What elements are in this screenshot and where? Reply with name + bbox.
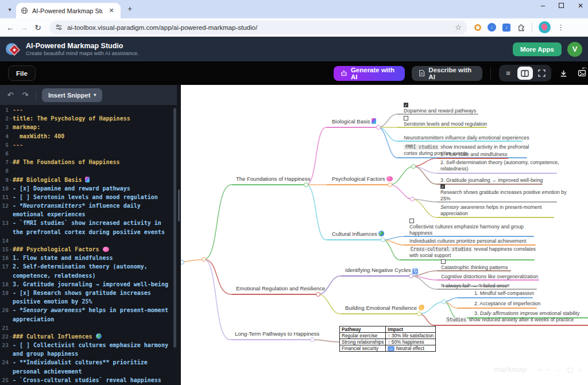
insert-snippet-button[interactable]: Insert Snippet ▾ [42, 88, 102, 102]
editor-line[interactable]: 161. Flow state and mindfulness [0, 254, 173, 262]
undo-icon[interactable]: ↶ [6, 91, 15, 99]
tab-search-chevron-icon[interactable]: ▾ [5, 4, 15, 14]
fold-icon[interactable]: ▾ [9, 158, 13, 166]
map-node-serotonin[interactable]: Serotonin levels and mood regulation [404, 121, 487, 127]
back-icon[interactable]: ← [3, 23, 17, 32]
map-circle-biological-basis[interactable] [376, 125, 381, 130]
editor-line[interactable]: personal achievement [0, 367, 173, 376]
browser-menu-icon[interactable]: ⋮ [557, 23, 564, 32]
file-menu-button[interactable]: File [8, 65, 36, 81]
editor-line[interactable]: 8 [0, 166, 173, 175]
map-circle-identifying-negative-cycles[interactable] [409, 274, 413, 278]
map-node-always-fail[interactable]: "I always fail" → "I failed once" [441, 283, 509, 289]
map-node-acceptance-imperfection[interactable]: 2. Acceptance of imperfection [474, 301, 540, 307]
editor-line[interactable]: and group happiness [0, 349, 173, 358]
map-circle-psychological-factors[interactable] [388, 182, 392, 187]
editor-line[interactable]: 19- [x] Research shows gratitude increas… [0, 289, 173, 297]
map-node-studies-anxiety[interactable]: Studies show reduced anxiety after 8 wee… [446, 317, 574, 323]
map-circle-resilience-list-hub[interactable] [442, 300, 446, 304]
generate-with-ai-button[interactable]: Generate with AI [334, 66, 405, 81]
map-circle-emotional-regulation[interactable] [316, 292, 320, 297]
map-circle-cultural-influences[interactable] [381, 238, 385, 242]
tab-close-icon[interactable]: ✕ [107, 6, 116, 15]
url-field[interactable]: ai-toolbox.visual-paradigm.com/app/ai-po… [49, 21, 467, 34]
map-checkbox[interactable]: ✓ [404, 103, 408, 107]
map-circle-foundations-of-happiness[interactable] [304, 182, 308, 187]
editor-line[interactable]: 6 [0, 149, 173, 158]
map-node-daily-affirmations[interactable]: 3. Daily affirmations improve emotional … [474, 310, 579, 317]
editor-line[interactable]: 1--- [0, 106, 173, 114]
map-circle-building-emotional-resilience[interactable] [417, 312, 421, 316]
editor-line[interactable]: competence, relatedness) [0, 271, 173, 280]
fold-icon[interactable]: ▾ [9, 332, 13, 341]
fullscreen-view-icon[interactable] [534, 67, 550, 80]
editor-line[interactable]: 24- **Individualist cultures** prioritiz… [0, 358, 173, 367]
split-view-icon[interactable] [517, 67, 533, 80]
editor-line[interactable]: 13- `fMRI studies` show increased activi… [0, 219, 173, 227]
map-node-biological-basis[interactable]: Biological Basis [332, 118, 376, 125]
editor-only-view-icon[interactable]: ≡ [501, 67, 516, 80]
new-tab-button[interactable]: + [125, 5, 134, 14]
editor-line[interactable]: 3markmap: [0, 123, 173, 131]
editor-line[interactable]: 12- *Neurotransmitters* influence daily [0, 201, 173, 210]
site-settings-icon[interactable] [55, 24, 63, 31]
map-node-collectivist-cultures[interactable]: Collectivist cultures emphasize harmony … [409, 224, 524, 236]
map-node-catastrophic-thinking[interactable]: Catastrophic thinking patterns [441, 265, 508, 271]
map-node-foundations-of-happiness[interactable]: The Foundations of Happiness [236, 176, 310, 182]
editor-line[interactable]: the prefrontal cortex during positive ev… [0, 228, 173, 236]
map-node-flow-state[interactable]: 1. Flow state and mindfulness [440, 151, 507, 158]
map-node-gratitude-journaling[interactable]: 3. Gratitude journaling → improved well-… [440, 177, 543, 184]
window-maximize-button[interactable] [559, 3, 564, 8]
map-node-cognitive-distortions[interactable]: Cognitive distortions like overgeneraliz… [441, 274, 538, 280]
editor-line[interactable]: appreciation [0, 315, 173, 324]
map-node-self-determination[interactable]: 2. Self-determination theory (autonomy, … [440, 160, 559, 172]
describe-with-ai-button[interactable]: Describe with AI [412, 66, 482, 81]
download-progress-icon[interactable]: ↓ [488, 23, 496, 32]
more-apps-button[interactable]: More Apps [513, 42, 562, 56]
editor-line[interactable]: 4 maxWidth: 400 [0, 132, 173, 141]
mindmap-canvas[interactable]: The Foundations of HappinessEmotional Re… [181, 85, 588, 385]
map-node-cultural-influences[interactable]: Cultural Influences [332, 231, 384, 238]
editor-line[interactable]: 23- [ ] Collectivist cultures emphasize … [0, 341, 173, 349]
editor-line[interactable]: 172. Self-determination theory (autonomy… [0, 262, 173, 271]
downloads-icon[interactable]: ↓ [502, 24, 510, 32]
editor-line[interactable]: 14 [0, 236, 173, 245]
map-checkbox[interactable] [404, 116, 408, 120]
map-node-individualist-cultures[interactable]: Individualist cultures prioritize person… [409, 238, 526, 244]
map-circle-psych-bullets-hub[interactable] [410, 197, 415, 201]
map-circle-long-term-pathways[interactable] [310, 337, 315, 342]
map-node-building-emotional-resilience[interactable]: Building Emotional Resilience [345, 305, 424, 312]
extensions-puzzle-icon[interactable] [517, 23, 525, 32]
redo-icon[interactable]: ↷ [21, 91, 30, 99]
map-circle-psych-list-hub[interactable] [411, 164, 416, 169]
browser-tab[interactable]: AI-Powered Markmap Studio ✕ [16, 3, 121, 18]
editor-line[interactable]: 10- [x] Dopamine and reward pathways [0, 184, 173, 193]
editor-line[interactable]: 5--- [0, 141, 173, 149]
editor-line[interactable]: 15▾### Psychological Factors [0, 245, 173, 254]
map-table-node[interactable]: PathwayImpactRegular exercise↑ 30% life … [339, 326, 436, 352]
map-node-emotional-regulation[interactable]: Emotional Regulation and Resilience [236, 285, 325, 292]
bookmark-star-icon[interactable]: ☆ [455, 23, 462, 32]
reload-icon[interactable]: ↻ [31, 23, 45, 32]
editor-line[interactable]: 183. Gratitude journaling → improved wel… [0, 280, 173, 289]
map-node-psychological-factors[interactable]: Psychological Factors [332, 176, 393, 182]
map-node-neurotransmitters[interactable]: Neurotransmitters influence daily emotio… [404, 135, 529, 141]
editor-line[interactable]: 21 [0, 324, 173, 332]
map-node-identifying-negative-cycles[interactable]: Identifying Negative Cycles ↻ [345, 267, 418, 274]
window-minimize-button[interactable]: – [541, 1, 545, 10]
map-checkbox[interactable] [441, 259, 446, 264]
editor-line[interactable]: 11- [ ] Serotonin levels and mood regula… [0, 193, 173, 201]
panel-divider[interactable] [177, 85, 181, 385]
map-node-long-term-pathways[interactable]: Long-Term Pathways to Happiness [235, 330, 319, 337]
window-close-button[interactable]: ✕ [578, 2, 583, 10]
editor-line[interactable]: 22▾### Cultural Influences [0, 332, 173, 341]
browser-profile-avatar[interactable] [539, 21, 551, 33]
editor-line[interactable]: 25- `Cross-cultural studies` reveal happ… [0, 376, 173, 384]
map-circle-root-hub[interactable] [202, 257, 206, 262]
fold-icon[interactable]: ▾ [9, 114, 13, 123]
editor-scrollbar[interactable] [173, 106, 177, 385]
download-icon[interactable] [558, 67, 570, 80]
map-node-sensory-awareness[interactable]: Sensory awareness helps in present-momen… [440, 204, 542, 217]
editor-line[interactable]: 7▾## The Foundations of Happiness [0, 158, 173, 166]
map-node-dopamine[interactable]: Dopamine and reward pathways [404, 108, 476, 114]
